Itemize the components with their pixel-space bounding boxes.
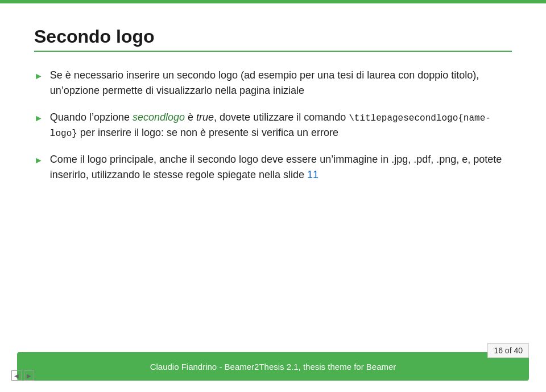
bullet-list: ► Se è necessario inserire un secondo lo… — [34, 68, 512, 183]
list-item: ► Quando l’opzione secondlogo è true, do… — [34, 110, 512, 141]
bullet-arrow-icon: ► — [34, 154, 43, 167]
highlight-true: true — [196, 112, 214, 123]
highlight-secondlogo: secondlogo — [133, 112, 185, 123]
code-command: \titlepagesecondlogo{name-logo} — [50, 113, 491, 139]
bullet-arrow-icon: ► — [34, 112, 43, 125]
prev-arrow[interactable]: ◀ — [11, 370, 22, 381]
slide-content: Secondo logo ► Se è necessario inserire … — [0, 3, 546, 352]
slide-container: Secondo logo ► Se è necessario inserire … — [0, 0, 546, 392]
nav-arrows: ◀ ▶ — [11, 370, 34, 381]
footer-bar: Claudio Fiandrino - Beamer2Thesis 2.1, t… — [17, 352, 529, 381]
slide-reference: 11 — [307, 169, 318, 180]
slide-title: Secondo logo — [34, 26, 512, 47]
bullet-text: Se è necessario inserire un secondo logo… — [50, 68, 512, 98]
bullet-arrow-icon: ► — [34, 69, 43, 83]
slide-number: 16 of 40 — [487, 343, 529, 358]
bullet-text: Come il logo principale, anche il second… — [50, 152, 512, 183]
list-item: ► Come il logo principale, anche il seco… — [34, 152, 512, 183]
list-item: ► Se è necessario inserire un secondo lo… — [34, 68, 512, 98]
bullet-text: Quando l’opzione secondlogo è true, dove… — [50, 110, 512, 141]
footer-text: Claudio Fiandrino - Beamer2Thesis 2.1, t… — [150, 362, 396, 372]
title-underline — [34, 51, 512, 52]
next-arrow[interactable]: ▶ — [24, 370, 34, 381]
